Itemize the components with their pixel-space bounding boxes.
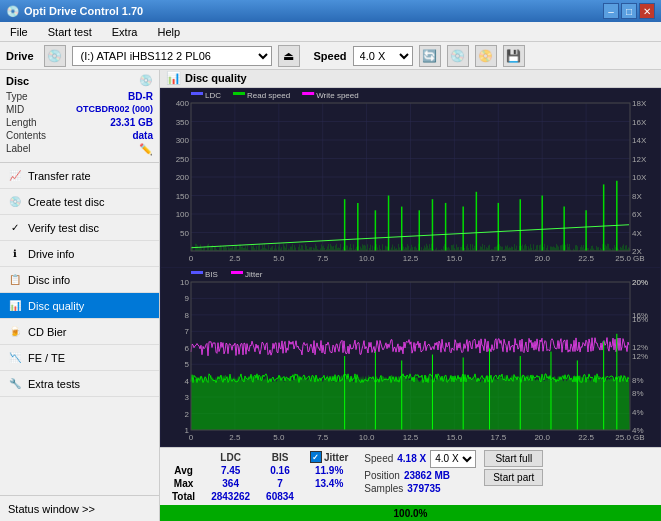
jitter-checkbox[interactable]: ✓ bbox=[310, 451, 322, 463]
disc-button2[interactable]: 📀 bbox=[475, 45, 497, 67]
start-part-button[interactable]: Start part bbox=[484, 469, 543, 486]
disc-button1[interactable]: 💿 bbox=[447, 45, 469, 67]
stats-col-bis: BIS bbox=[258, 450, 302, 465]
nav-items: 📈 Transfer rate 💿 Create test disc ✓ Ver… bbox=[0, 163, 159, 495]
start-full-button[interactable]: Start full bbox=[484, 450, 543, 467]
nav-disc-quality[interactable]: 📊 Disc quality bbox=[0, 293, 159, 319]
nav-create-test-disc[interactable]: 💿 Create test disc bbox=[0, 189, 159, 215]
stats-bar: LDC BIS ✓ Jitter Avg 7.45 bbox=[160, 447, 661, 506]
disc-length-value: 23.31 GB bbox=[110, 117, 153, 128]
disc-mid-label: MID bbox=[6, 104, 24, 115]
nav-extra-tests[interactable]: 🔧 Extra tests bbox=[0, 371, 159, 397]
stats-col-jitter-check: ✓ Jitter bbox=[302, 450, 356, 465]
nav-extra-tests-label: Extra tests bbox=[28, 378, 80, 390]
speed-select[interactable]: 4.0 X bbox=[353, 46, 413, 66]
cd-bier-icon: 🍺 bbox=[8, 325, 22, 339]
charts-container bbox=[160, 88, 661, 447]
progress-bar-container: 100.0% bbox=[160, 505, 661, 521]
drive-info-icon: ℹ bbox=[8, 247, 22, 261]
progress-text: 100.0% bbox=[160, 508, 661, 519]
stats-total-jitter bbox=[302, 490, 356, 503]
nav-disc-info-label: Disc info bbox=[28, 274, 70, 286]
nav-transfer-rate-label: Transfer rate bbox=[28, 170, 91, 182]
eject-button[interactable]: ⏏ bbox=[278, 45, 300, 67]
stats-total-bis: 60834 bbox=[258, 490, 302, 503]
speed-key: Speed bbox=[364, 453, 393, 464]
position-value: 23862 MB bbox=[404, 470, 450, 481]
position-label: Position bbox=[364, 470, 400, 481]
menu-file[interactable]: File bbox=[4, 24, 34, 40]
transfer-rate-icon: 📈 bbox=[8, 169, 22, 183]
verify-test-disc-icon: ✓ bbox=[8, 221, 22, 235]
quality-header: 📊 Disc quality bbox=[160, 70, 661, 88]
nav-disc-info[interactable]: 📋 Disc info bbox=[0, 267, 159, 293]
disc-label-label: Label bbox=[6, 143, 30, 156]
content-area: 📊 Disc quality LDC BIS bbox=[160, 70, 661, 521]
menu-extra[interactable]: Extra bbox=[106, 24, 144, 40]
samples-row: Samples 379735 bbox=[364, 483, 476, 494]
speed-row: Speed 4.18 X 4.0 X bbox=[364, 450, 476, 468]
chart1 bbox=[161, 89, 660, 267]
main-layout: Disc 💿 Type BD-R MID OTCBDR002 (000) Len… bbox=[0, 70, 661, 521]
nav-verify-test-disc[interactable]: ✓ Verify test disc bbox=[0, 215, 159, 241]
stats-avg-ldc: 7.45 bbox=[203, 464, 258, 477]
app-title: Opti Drive Control 1.70 bbox=[24, 5, 143, 17]
disc-contents-row: Contents data bbox=[6, 130, 153, 141]
disc-header: Disc 💿 bbox=[6, 74, 153, 87]
stats-avg-jitter: 11.9% bbox=[302, 464, 356, 477]
nav-cd-bier-label: CD Bier bbox=[28, 326, 67, 338]
disc-info-icon: 📋 bbox=[8, 273, 22, 287]
nav-transfer-rate[interactable]: 📈 Transfer rate bbox=[0, 163, 159, 189]
stats-col-ldc: LDC bbox=[203, 450, 258, 465]
close-button[interactable]: ✕ bbox=[639, 3, 655, 19]
app-icon: 💿 bbox=[6, 5, 20, 18]
speed-label: Speed bbox=[314, 50, 347, 62]
stats-max-bis: 7 bbox=[258, 477, 302, 490]
disc-type-value: BD-R bbox=[128, 91, 153, 102]
samples-value: 379735 bbox=[407, 483, 440, 494]
stats-row-total: Total 2843262 60834 bbox=[164, 490, 356, 503]
menu-help[interactable]: Help bbox=[151, 24, 186, 40]
maximize-button[interactable]: □ bbox=[621, 3, 637, 19]
disc-icon: 💿 bbox=[139, 74, 153, 87]
stats-total-label: Total bbox=[164, 490, 203, 503]
position-row: Position 23862 MB bbox=[364, 470, 476, 481]
speed-value: 4.18 X bbox=[397, 453, 426, 464]
stats-avg-bis: 0.16 bbox=[258, 464, 302, 477]
sidebar: Disc 💿 Type BD-R MID OTCBDR002 (000) Len… bbox=[0, 70, 160, 521]
nav-fe-te[interactable]: 📉 FE / TE bbox=[0, 345, 159, 371]
drive-icon: 💿 bbox=[44, 45, 66, 67]
status-window-button[interactable]: Status window >> bbox=[0, 495, 159, 521]
disc-label-edit-icon[interactable]: ✏️ bbox=[139, 143, 153, 156]
disc-label-row: Label ✏️ bbox=[6, 143, 153, 156]
disc-title: Disc bbox=[6, 75, 29, 87]
disc-mid-value: OTCBDR002 (000) bbox=[76, 104, 153, 115]
disc-contents-label: Contents bbox=[6, 130, 46, 141]
disc-section: Disc 💿 Type BD-R MID OTCBDR002 (000) Len… bbox=[0, 70, 159, 163]
nav-create-test-disc-label: Create test disc bbox=[28, 196, 104, 208]
minimize-button[interactable]: – bbox=[603, 3, 619, 19]
disc-type-label: Type bbox=[6, 91, 28, 102]
stats-row-avg: Avg 7.45 0.16 11.9% bbox=[164, 464, 356, 477]
save-button[interactable]: 💾 bbox=[503, 45, 525, 67]
title-bar: 💿 Opti Drive Control 1.70 – □ ✕ bbox=[0, 0, 661, 22]
quality-title: Disc quality bbox=[185, 72, 247, 84]
menu-bar: File Start test Extra Help bbox=[0, 22, 661, 42]
menu-start-test[interactable]: Start test bbox=[42, 24, 98, 40]
samples-label: Samples bbox=[364, 483, 403, 494]
stats-row-max: Max 364 7 13.4% bbox=[164, 477, 356, 490]
nav-drive-info[interactable]: ℹ Drive info bbox=[0, 241, 159, 267]
status-window-label: Status window >> bbox=[8, 503, 95, 515]
stats-col-label bbox=[164, 450, 203, 465]
nav-cd-bier[interactable]: 🍺 CD Bier bbox=[0, 319, 159, 345]
title-bar-controls: – □ ✕ bbox=[603, 3, 655, 19]
disc-quality-icon: 📊 bbox=[8, 299, 22, 313]
stats-max-ldc: 364 bbox=[203, 477, 258, 490]
jitter-label: Jitter bbox=[324, 452, 348, 463]
fe-te-icon: 📉 bbox=[8, 351, 22, 365]
start-buttons: Start full Start part bbox=[484, 450, 543, 486]
drive-select[interactable]: (I:) ATAPI iHBS112 2 PL06 bbox=[72, 46, 272, 66]
drive-label: Drive bbox=[6, 50, 34, 62]
refresh-button[interactable]: 🔄 bbox=[419, 45, 441, 67]
speed-dropdown[interactable]: 4.0 X bbox=[430, 450, 476, 468]
